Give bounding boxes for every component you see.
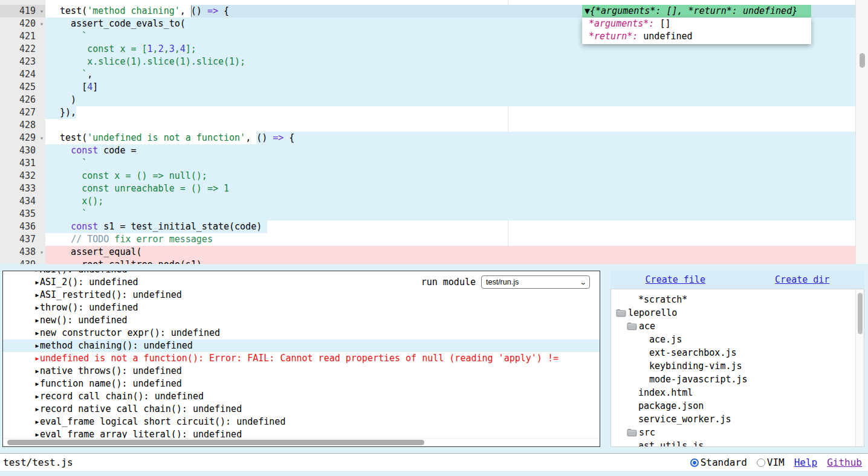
vim-radio[interactable]	[757, 458, 765, 467]
file-tree-vertical-scrollbar[interactable]	[855, 289, 864, 446]
line-number[interactable]: 423	[0, 56, 45, 68]
line-number[interactable]: 431	[0, 157, 45, 170]
keybinding-vim-option[interactable]: VIM	[757, 457, 785, 468]
code-line-content[interactable]: const x = [1,2,3,4];	[45, 43, 855, 56]
code-line[interactable]: 439 root_calltree_node(s1)	[0, 259, 855, 264]
code-line-content[interactable]: const code =	[45, 144, 855, 157]
code-line-content[interactable]: [4]	[45, 81, 855, 94]
test-result-row[interactable]: ▸new constructor expr(): undefined	[3, 327, 600, 339]
code-line[interactable]: 432 const x = () => null();	[0, 170, 855, 182]
code-line-content[interactable]: `	[45, 208, 855, 220]
code-line[interactable]: 426 )	[0, 94, 855, 106]
line-number[interactable]: 425	[0, 81, 45, 94]
file-tree-folder[interactable]: leporello	[611, 306, 864, 320]
create-file-link[interactable]: Create file	[646, 274, 705, 285]
code-line[interactable]: 431 `	[0, 157, 855, 170]
file-tree-scrollbar-thumb[interactable]	[858, 293, 863, 334]
inspector-summary-row[interactable]: ▼{*arguments*: [], *return*: undefined}	[582, 5, 811, 18]
file-tree-file[interactable]: mode-javascript.js	[611, 373, 864, 386]
fold-toggle-icon[interactable]: ▾	[40, 18, 44, 30]
file-tree-folder[interactable]: ace	[611, 320, 864, 333]
code-line-content[interactable]: `	[45, 157, 855, 170]
line-number[interactable]: 421	[0, 30, 45, 43]
test-result-row[interactable]: ▸undefined is not a function(): Error: F…	[3, 352, 600, 365]
file-tree-file[interactable]: *scratch*	[611, 293, 864, 306]
code-line[interactable]: 436 const s1 = test_initial_state(code)	[0, 220, 855, 233]
line-number[interactable]: 422	[0, 43, 45, 56]
test-result-row[interactable]: ▸throw(): undefined	[3, 301, 600, 314]
code-line-content[interactable]: // TODO fix error messages	[45, 233, 855, 246]
editor-vertical-scrollbar[interactable]	[855, 0, 868, 264]
fold-toggle-icon[interactable]: ▾	[40, 246, 44, 259]
test-output-panel[interactable]: ▸ASI(): undefined▸ASI_2(): undefined▸ASI…	[2, 271, 600, 447]
test-result-row[interactable]: ▸new(): undefined	[3, 314, 600, 327]
test-result-row[interactable]: ▸record native call chain(): undefined	[3, 403, 600, 416]
file-tree-folder[interactable]: src	[611, 426, 864, 439]
file-tree-file[interactable]: service_worker.js	[611, 413, 864, 426]
test-result-row[interactable]: ▸record call chain(): undefined	[3, 390, 600, 403]
line-number[interactable]: 437	[0, 233, 45, 246]
code-line-content[interactable]: const x = () => null();	[45, 170, 855, 182]
keybinding-standard-option[interactable]: Standard	[690, 457, 747, 468]
line-number[interactable]: 420▾	[0, 18, 45, 30]
file-tree-file[interactable]: ext-searchbox.js	[611, 346, 864, 359]
standard-radio[interactable]	[690, 458, 699, 467]
test-result-row[interactable]: ▸function name(): undefined	[3, 378, 600, 390]
code-line[interactable]: 427 }),	[0, 106, 855, 119]
code-line-content[interactable]: assert_equal(	[45, 246, 855, 259]
line-number[interactable]: 427	[0, 106, 45, 119]
code-line[interactable]: 423 x.slice(1).slice(1).slice(1);	[0, 56, 855, 68]
code-line[interactable]: 425 [4]	[0, 81, 855, 94]
code-line-content[interactable]: x();	[45, 195, 855, 208]
output-horizontal-scrollbar[interactable]	[3, 438, 600, 446]
code-line-content[interactable]: test('undefined is not a function', () =…	[45, 132, 855, 144]
file-tree-file[interactable]: package.json	[611, 399, 864, 413]
line-number[interactable]: 428	[0, 119, 45, 132]
code-line[interactable]: 428	[0, 119, 855, 132]
test-result-row[interactable]: ▸eval_frame logical short circuit(): und…	[3, 416, 600, 428]
code-line[interactable]: 424 `,	[0, 68, 855, 81]
code-line-content[interactable]: root_calltree_node(s1)	[45, 259, 855, 264]
file-tree-file[interactable]: ast_utils.js	[611, 439, 864, 447]
file-tree-file[interactable]: index.html	[611, 386, 864, 399]
line-number[interactable]: 439	[0, 259, 45, 264]
editor-scrollbar-thumb[interactable]	[860, 53, 865, 68]
inspector-property-row[interactable]: *return*: undefined	[582, 30, 811, 43]
code-line[interactable]: 429▾ test('undefined is not a function',…	[0, 132, 855, 144]
code-line[interactable]: 422 const x = [1,2,3,4];	[0, 43, 855, 56]
output-scrollbar-thumb[interactable]	[7, 440, 424, 445]
code-line-content[interactable]	[45, 119, 855, 132]
test-result-row[interactable]: ▸native throws(): undefined	[3, 365, 600, 378]
line-number[interactable]: 434	[0, 195, 45, 208]
line-number[interactable]: 426	[0, 94, 45, 106]
code-line-content[interactable]: x.slice(1).slice(1).slice(1);	[45, 56, 855, 68]
line-number[interactable]: 419▾	[0, 5, 45, 18]
line-number[interactable]: 436	[0, 220, 45, 233]
inspector-property-row[interactable]: *arguments*: []	[582, 18, 811, 30]
line-number[interactable]: 424	[0, 68, 45, 81]
code-line[interactable]: 433 const unreachable = () => 1	[0, 182, 855, 195]
fold-toggle-icon[interactable]: ▾	[40, 5, 44, 18]
create-dir-link[interactable]: Create dir	[775, 274, 829, 285]
file-tree[interactable]: *scratch*leporelloaceace.jsext-searchbox…	[611, 289, 864, 447]
line-number[interactable]: 433	[0, 182, 45, 195]
code-line[interactable]: 435 `	[0, 208, 855, 220]
line-number[interactable]: 438▾	[0, 246, 45, 259]
code-line-content[interactable]: const s1 = test_initial_state(code)	[45, 220, 855, 233]
line-number[interactable]: 430	[0, 144, 45, 157]
line-number[interactable]: 429▾	[0, 132, 45, 144]
file-tree-file[interactable]: ace.js	[611, 333, 864, 346]
code-line-content[interactable]: const unreachable = () => 1	[45, 182, 855, 195]
code-line[interactable]: 437 // TODO fix error messages	[0, 233, 855, 246]
line-number[interactable]: 435	[0, 208, 45, 220]
code-line[interactable]: 438▾ assert_equal(	[0, 246, 855, 259]
code-line[interactable]: 430 const code =	[0, 144, 855, 157]
code-line-content[interactable]: )	[45, 94, 855, 106]
test-result-row[interactable]: ▸method chaining(): undefined	[3, 339, 600, 352]
file-tree-file[interactable]: keybinding-vim.js	[611, 359, 864, 373]
line-number[interactable]: 432	[0, 170, 45, 182]
code-line-content[interactable]: }),	[45, 106, 855, 119]
github-link[interactable]: Github	[827, 457, 862, 468]
test-result-row[interactable]: ▸ASI_restrited(): undefined	[3, 289, 600, 301]
run-module-select[interactable]: test/run.js ⌄	[481, 275, 590, 289]
